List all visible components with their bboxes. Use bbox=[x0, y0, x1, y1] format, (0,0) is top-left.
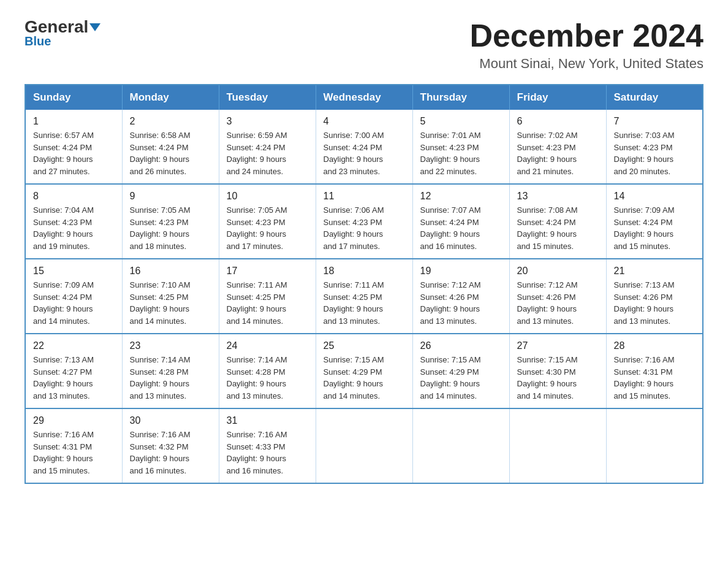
calendar-cell bbox=[509, 408, 606, 483]
day-number: 27 bbox=[517, 340, 599, 351]
calendar-cell: 8 Sunrise: 7:04 AMSunset: 4:23 PMDayligh… bbox=[25, 184, 122, 259]
day-info: Sunrise: 7:12 AMSunset: 4:26 PMDaylight:… bbox=[517, 279, 599, 327]
day-number: 28 bbox=[614, 340, 696, 351]
calendar-cell: 28 Sunrise: 7:16 AMSunset: 4:31 PMDaylig… bbox=[606, 334, 703, 408]
day-info: Sunrise: 6:57 AMSunset: 4:24 PMDaylight:… bbox=[33, 129, 115, 177]
day-number: 11 bbox=[324, 191, 405, 202]
calendar-cell: 10 Sunrise: 7:05 AMSunset: 4:23 PMDaylig… bbox=[219, 184, 316, 259]
day-info: Sunrise: 6:59 AMSunset: 4:24 PMDaylight:… bbox=[227, 129, 308, 177]
day-number: 12 bbox=[420, 191, 502, 202]
calendar-cell: 11 Sunrise: 7:06 AMSunset: 4:23 PMDaylig… bbox=[316, 184, 412, 259]
calendar-table: SundayMondayTuesdayWednesdayThursdayFrid… bbox=[25, 84, 703, 484]
day-number: 6 bbox=[517, 116, 599, 127]
day-info: Sunrise: 7:14 AMSunset: 4:28 PMDaylight:… bbox=[227, 354, 308, 402]
calendar-cell: 19 Sunrise: 7:12 AMSunset: 4:26 PMDaylig… bbox=[412, 259, 509, 334]
calendar-week-row: 8 Sunrise: 7:04 AMSunset: 4:23 PMDayligh… bbox=[25, 184, 703, 259]
calendar-cell: 20 Sunrise: 7:12 AMSunset: 4:26 PMDaylig… bbox=[509, 259, 606, 334]
calendar-cell: 4 Sunrise: 7:00 AMSunset: 4:24 PMDayligh… bbox=[316, 110, 412, 184]
day-number: 26 bbox=[420, 340, 502, 351]
day-number: 21 bbox=[614, 266, 696, 277]
day-info: Sunrise: 7:09 AMSunset: 4:24 PMDaylight:… bbox=[614, 204, 696, 252]
calendar-cell: 3 Sunrise: 6:59 AMSunset: 4:24 PMDayligh… bbox=[219, 110, 316, 184]
day-number: 4 bbox=[324, 116, 405, 127]
day-number: 7 bbox=[614, 116, 696, 127]
calendar-cell: 15 Sunrise: 7:09 AMSunset: 4:24 PMDaylig… bbox=[25, 259, 122, 334]
day-number: 18 bbox=[324, 266, 405, 277]
day-of-week-header: Thursday bbox=[412, 85, 509, 110]
day-info: Sunrise: 7:15 AMSunset: 4:30 PMDaylight:… bbox=[517, 354, 599, 402]
calendar-cell: 31 Sunrise: 7:16 AMSunset: 4:33 PMDaylig… bbox=[219, 408, 316, 483]
day-info: Sunrise: 7:05 AMSunset: 4:23 PMDaylight:… bbox=[130, 204, 211, 252]
day-of-week-header: Saturday bbox=[606, 85, 703, 110]
calendar-cell: 6 Sunrise: 7:02 AMSunset: 4:23 PMDayligh… bbox=[509, 110, 606, 184]
day-info: Sunrise: 7:16 AMSunset: 4:32 PMDaylight:… bbox=[130, 429, 211, 477]
day-number: 19 bbox=[420, 266, 502, 277]
day-number: 5 bbox=[420, 116, 502, 127]
calendar-cell: 9 Sunrise: 7:05 AMSunset: 4:23 PMDayligh… bbox=[122, 184, 219, 259]
calendar-cell: 25 Sunrise: 7:15 AMSunset: 4:29 PMDaylig… bbox=[316, 334, 412, 408]
day-of-week-header: Monday bbox=[122, 85, 219, 110]
day-of-week-header: Wednesday bbox=[316, 85, 412, 110]
day-info: Sunrise: 7:04 AMSunset: 4:23 PMDaylight:… bbox=[33, 204, 115, 252]
location-title: Mount Sinai, New York, United States bbox=[469, 56, 703, 72]
calendar-cell: 27 Sunrise: 7:15 AMSunset: 4:30 PMDaylig… bbox=[509, 334, 606, 408]
logo-blue: Blue bbox=[25, 34, 51, 48]
calendar-cell: 7 Sunrise: 7:03 AMSunset: 4:23 PMDayligh… bbox=[606, 110, 703, 184]
calendar-cell: 18 Sunrise: 7:11 AMSunset: 4:25 PMDaylig… bbox=[316, 259, 412, 334]
day-of-week-header: Sunday bbox=[25, 85, 122, 110]
day-info: Sunrise: 7:15 AMSunset: 4:29 PMDaylight:… bbox=[420, 354, 502, 402]
day-number: 2 bbox=[130, 116, 211, 127]
day-info: Sunrise: 6:58 AMSunset: 4:24 PMDaylight:… bbox=[130, 129, 211, 177]
month-title: December 2024 bbox=[469, 18, 703, 53]
day-number: 22 bbox=[33, 340, 115, 351]
day-info: Sunrise: 7:10 AMSunset: 4:25 PMDaylight:… bbox=[130, 279, 211, 327]
calendar-cell: 23 Sunrise: 7:14 AMSunset: 4:28 PMDaylig… bbox=[122, 334, 219, 408]
calendar-cell: 30 Sunrise: 7:16 AMSunset: 4:32 PMDaylig… bbox=[122, 408, 219, 483]
day-info: Sunrise: 7:11 AMSunset: 4:25 PMDaylight:… bbox=[324, 279, 405, 327]
day-info: Sunrise: 7:02 AMSunset: 4:23 PMDaylight:… bbox=[517, 129, 599, 177]
day-number: 1 bbox=[33, 116, 115, 127]
day-number: 3 bbox=[227, 116, 308, 127]
calendar-cell: 17 Sunrise: 7:11 AMSunset: 4:25 PMDaylig… bbox=[219, 259, 316, 334]
day-info: Sunrise: 7:13 AMSunset: 4:26 PMDaylight:… bbox=[614, 279, 696, 327]
day-info: Sunrise: 7:03 AMSunset: 4:23 PMDaylight:… bbox=[614, 129, 696, 177]
day-info: Sunrise: 7:13 AMSunset: 4:27 PMDaylight:… bbox=[33, 354, 115, 402]
day-info: Sunrise: 7:16 AMSunset: 4:33 PMDaylight:… bbox=[227, 429, 308, 477]
day-number: 15 bbox=[33, 266, 115, 277]
day-number: 23 bbox=[130, 340, 211, 351]
calendar-cell: 13 Sunrise: 7:08 AMSunset: 4:24 PMDaylig… bbox=[509, 184, 606, 259]
calendar-cell: 26 Sunrise: 7:15 AMSunset: 4:29 PMDaylig… bbox=[412, 334, 509, 408]
day-number: 31 bbox=[227, 415, 308, 426]
day-number: 30 bbox=[130, 415, 211, 426]
day-info: Sunrise: 7:12 AMSunset: 4:26 PMDaylight:… bbox=[420, 279, 502, 327]
day-info: Sunrise: 7:15 AMSunset: 4:29 PMDaylight:… bbox=[324, 354, 405, 402]
calendar-week-row: 22 Sunrise: 7:13 AMSunset: 4:27 PMDaylig… bbox=[25, 334, 703, 408]
day-number: 24 bbox=[227, 340, 308, 351]
calendar-cell: 5 Sunrise: 7:01 AMSunset: 4:23 PMDayligh… bbox=[412, 110, 509, 184]
day-number: 8 bbox=[33, 191, 115, 202]
day-number: 9 bbox=[130, 191, 211, 202]
logo-text: General bbox=[25, 18, 100, 36]
calendar-cell: 2 Sunrise: 6:58 AMSunset: 4:24 PMDayligh… bbox=[122, 110, 219, 184]
day-number: 20 bbox=[517, 266, 599, 277]
calendar-cell: 24 Sunrise: 7:14 AMSunset: 4:28 PMDaylig… bbox=[219, 334, 316, 408]
day-info: Sunrise: 7:14 AMSunset: 4:28 PMDaylight:… bbox=[130, 354, 211, 402]
calendar-cell: 22 Sunrise: 7:13 AMSunset: 4:27 PMDaylig… bbox=[25, 334, 122, 408]
day-number: 10 bbox=[227, 191, 308, 202]
day-number: 13 bbox=[517, 191, 599, 202]
day-info: Sunrise: 7:01 AMSunset: 4:23 PMDaylight:… bbox=[420, 129, 502, 177]
day-info: Sunrise: 7:00 AMSunset: 4:24 PMDaylight:… bbox=[324, 129, 405, 177]
title-block: December 2024 Mount Sinai, New York, Uni… bbox=[469, 18, 703, 72]
calendar-cell: 1 Sunrise: 6:57 AMSunset: 4:24 PMDayligh… bbox=[25, 110, 122, 184]
calendar-week-row: 15 Sunrise: 7:09 AMSunset: 4:24 PMDaylig… bbox=[25, 259, 703, 334]
calendar-cell: 21 Sunrise: 7:13 AMSunset: 4:26 PMDaylig… bbox=[606, 259, 703, 334]
calendar-week-row: 29 Sunrise: 7:16 AMSunset: 4:31 PMDaylig… bbox=[25, 408, 703, 483]
calendar-cell: 29 Sunrise: 7:16 AMSunset: 4:31 PMDaylig… bbox=[25, 408, 122, 483]
day-info: Sunrise: 7:09 AMSunset: 4:24 PMDaylight:… bbox=[33, 279, 115, 327]
calendar-week-row: 1 Sunrise: 6:57 AMSunset: 4:24 PMDayligh… bbox=[25, 110, 703, 184]
calendar-cell bbox=[606, 408, 703, 483]
day-info: Sunrise: 7:05 AMSunset: 4:23 PMDaylight:… bbox=[227, 204, 308, 252]
day-number: 16 bbox=[130, 266, 211, 277]
calendar-cell bbox=[412, 408, 509, 483]
calendar-cell: 16 Sunrise: 7:10 AMSunset: 4:25 PMDaylig… bbox=[122, 259, 219, 334]
